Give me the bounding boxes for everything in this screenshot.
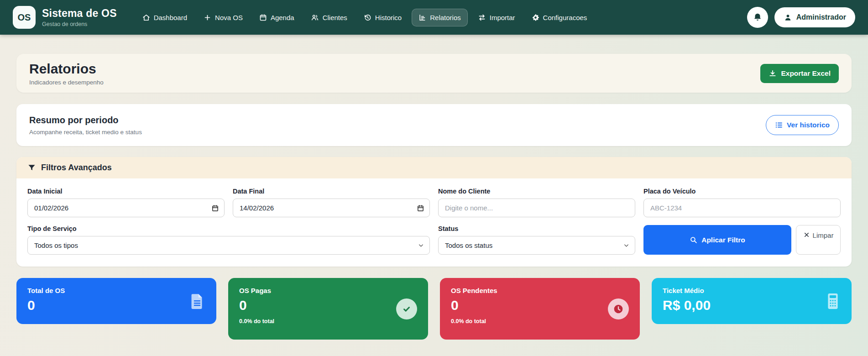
- tipo-servico-select[interactable]: Todos os tipos: [27, 236, 430, 255]
- nav-label: Configuracoes: [543, 14, 587, 21]
- stat-title: Ticket Médio: [663, 287, 841, 294]
- chart-icon: [418, 14, 426, 21]
- status-select[interactable]: Todos os status: [438, 236, 635, 255]
- person-icon: [784, 13, 792, 22]
- data-inicial-input[interactable]: [27, 199, 225, 217]
- nome-cliente-label: Nome do Cliente: [438, 188, 635, 195]
- filters-header: Filtros Avançados: [16, 157, 852, 178]
- calculator-icon: [825, 292, 841, 310]
- x-icon: [803, 231, 810, 238]
- apply-filter-label: Aplicar Filtro: [701, 236, 745, 244]
- notifications-button[interactable]: [747, 7, 768, 28]
- header-right: Administrador: [747, 7, 855, 28]
- funnel-icon: [27, 163, 36, 172]
- clock-icon: [608, 298, 629, 319]
- filters-card: Filtros Avançados Data Inicial Data Fina…: [16, 157, 852, 267]
- stat-value: 0: [451, 298, 629, 313]
- stat-value: 0: [239, 298, 417, 313]
- nav-label: Agenda: [271, 14, 294, 21]
- nav-item-historico[interactable]: Historico: [357, 9, 408, 26]
- status-label: Status: [438, 225, 635, 232]
- stat-value: R$ 0,00: [663, 298, 841, 313]
- download-icon: [769, 69, 777, 78]
- apply-filter-button[interactable]: Aplicar Filtro: [643, 225, 791, 255]
- data-final-input[interactable]: [233, 199, 430, 217]
- field-status: Status Todos os status: [438, 225, 635, 255]
- summary-card: Resumo por periodo Acompanhe receita, ti…: [16, 104, 852, 146]
- calendar-icon: [259, 14, 267, 21]
- view-history-label: Ver historico: [787, 121, 830, 129]
- summary-subtitle: Acompanhe receita, ticket medio e status: [29, 129, 142, 136]
- user-menu-button[interactable]: Administrador: [774, 7, 855, 27]
- nome-cliente-input[interactable]: [438, 199, 635, 217]
- list-icon: [775, 121, 783, 129]
- clear-filter-button[interactable]: Limpar: [796, 225, 841, 255]
- check-circle-icon: [396, 298, 417, 319]
- nav-item-importar[interactable]: Importar: [471, 9, 522, 26]
- stat-title: OS Pendentes: [451, 287, 629, 294]
- nav-label: Dashboard: [154, 14, 187, 21]
- home-icon: [142, 14, 150, 21]
- stat-subtitle: 0.0% do total: [451, 318, 629, 325]
- app-header: OS Sistema de OS Gestao de ordens Dashbo…: [0, 0, 868, 35]
- app-subtitle: Gestao de ordens: [42, 21, 117, 27]
- export-excel-button[interactable]: Exportar Excel: [760, 64, 839, 83]
- nav-item-clientes[interactable]: Clientes: [304, 9, 354, 26]
- nav-item-agenda[interactable]: Agenda: [253, 9, 301, 26]
- stat-subtitle: 0.0% do total: [239, 318, 417, 325]
- field-data-inicial: Data Inicial: [27, 188, 225, 217]
- history-icon: [364, 14, 371, 21]
- stat-title: Total de OS: [27, 287, 205, 294]
- page-title: Relatorios: [29, 61, 104, 77]
- field-tipo-servico: Tipo de Serviço Todos os tipos: [27, 225, 430, 255]
- page-header-card: Relatorios Indicadores e desempenho Expo…: [16, 54, 852, 93]
- stat-card-ticket-medio: Ticket Médio R$ 0,00: [652, 278, 852, 324]
- brand-text: Sistema de OS Gestao de ordens: [42, 7, 117, 27]
- tipo-servico-label: Tipo de Serviço: [27, 225, 430, 232]
- summary-title: Resumo por periodo: [29, 115, 142, 126]
- filters-form: Data Inicial Data Final Nome: [16, 178, 852, 267]
- bell-icon: [753, 12, 763, 22]
- nav-label: Importar: [490, 14, 515, 21]
- field-placa-veiculo: Placa do Veículo: [643, 188, 841, 217]
- stat-value: 0: [27, 298, 205, 313]
- main-content: Relatorios Indicadores e desempenho Expo…: [0, 35, 868, 340]
- field-nome-cliente: Nome do Cliente: [438, 188, 635, 217]
- field-data-final: Data Final: [233, 188, 430, 217]
- app-title: Sistema de OS: [42, 7, 117, 20]
- export-excel-label: Exportar Excel: [781, 69, 831, 78]
- users-icon: [311, 14, 319, 21]
- stats-row: Total de OS 0 OS Pagas 0 0.0% do total O…: [16, 278, 852, 340]
- search-icon: [690, 236, 697, 244]
- stat-card-total-os: Total de OS 0: [16, 278, 216, 324]
- page-subtitle: Indicadores e desempenho: [29, 79, 104, 86]
- placa-veiculo-input[interactable]: [643, 199, 841, 217]
- data-final-label: Data Final: [233, 188, 430, 195]
- filters-actions: Aplicar Filtro Limpar: [643, 225, 841, 255]
- stat-card-os-pendentes: OS Pendentes 0 0.0% do total: [440, 278, 640, 340]
- transfer-icon: [478, 14, 486, 21]
- plus-icon: [204, 14, 211, 21]
- view-history-button[interactable]: Ver historico: [766, 115, 839, 135]
- nav-label: Relatorios: [430, 14, 461, 21]
- stat-title: OS Pagas: [239, 287, 417, 294]
- data-inicial-label: Data Inicial: [27, 188, 225, 195]
- nav-label: Clientes: [323, 14, 347, 21]
- summary-text: Resumo por periodo Acompanhe receita, ti…: [29, 115, 142, 136]
- placa-veiculo-label: Placa do Veículo: [643, 188, 841, 195]
- nav-item-nova-os[interactable]: Nova OS: [197, 9, 249, 26]
- main-nav: Dashboard Nova OS Agenda Clientes Histor…: [136, 9, 594, 26]
- clear-filter-label: Limpar: [813, 231, 834, 239]
- document-icon: [189, 292, 205, 310]
- gear-icon: [532, 14, 539, 21]
- nav-item-configuracoes[interactable]: Configuracoes: [525, 9, 594, 26]
- stat-card-os-pagas: OS Pagas 0 0.0% do total: [228, 278, 428, 340]
- filters-title: Filtros Avançados: [41, 163, 112, 173]
- user-name: Administrador: [796, 13, 846, 21]
- app-logo: OS: [13, 6, 36, 29]
- nav-label: Historico: [375, 14, 402, 21]
- page-header-text: Relatorios Indicadores e desempenho: [29, 61, 104, 86]
- nav-item-dashboard[interactable]: Dashboard: [136, 9, 193, 26]
- nav-item-relatorios[interactable]: Relatorios: [412, 9, 468, 26]
- nav-label: Nova OS: [215, 14, 243, 21]
